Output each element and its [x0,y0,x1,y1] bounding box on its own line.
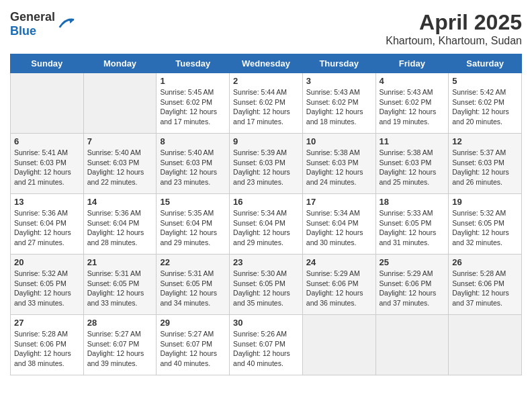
calendar-cell: 3Sunrise: 5:43 AM Sunset: 6:02 PM Daylig… [302,73,375,134]
subtitle: Khartoum, Khartoum, Sudan [386,35,522,47]
day-number: 7 [87,136,153,146]
cell-info: Sunrise: 5:32 AM Sunset: 6:05 PM Dayligh… [452,208,518,248]
calendar-week-row: 13Sunrise: 5:36 AM Sunset: 6:04 PM Dayli… [11,194,522,255]
cell-info: Sunrise: 5:39 AM Sunset: 6:03 PM Dayligh… [233,148,299,187]
cell-info: Sunrise: 5:34 AM Sunset: 6:04 PM Dayligh… [306,208,372,248]
cell-info: Sunrise: 5:31 AM Sunset: 6:05 PM Dayligh… [87,269,153,308]
calendar-cell: 16Sunrise: 5:34 AM Sunset: 6:04 PM Dayli… [230,194,303,255]
logo-icon [56,15,75,34]
calendar-cell: 12Sunrise: 5:37 AM Sunset: 6:03 PM Dayli… [449,134,522,194]
calendar-cell: 1Sunrise: 5:45 AM Sunset: 6:02 PM Daylig… [157,73,230,134]
calendar-cell: 19Sunrise: 5:32 AM Sunset: 6:05 PM Dayli… [449,194,522,255]
calendar-cell: 23Sunrise: 5:30 AM Sunset: 6:05 PM Dayli… [230,255,303,315]
day-number: 9 [233,136,299,146]
calendar-table: SundayMondayTuesdayWednesdayThursdayFrid… [10,54,522,375]
cell-info: Sunrise: 5:43 AM Sunset: 6:02 PM Dayligh… [380,87,445,127]
day-number: 8 [160,136,226,146]
cell-info: Sunrise: 5:26 AM Sunset: 6:07 PM Dayligh… [233,329,299,369]
calendar-cell [449,315,522,375]
cell-info: Sunrise: 5:37 AM Sunset: 6:03 PM Dayligh… [452,148,518,187]
day-number: 18 [380,197,445,207]
calendar-cell: 18Sunrise: 5:33 AM Sunset: 6:05 PM Dayli… [375,194,449,255]
weekday-header: Saturday [449,54,522,73]
calendar-week-row: 20Sunrise: 5:32 AM Sunset: 6:05 PM Dayli… [11,255,522,315]
logo-text: General Blue [10,10,55,38]
calendar-cell: 14Sunrise: 5:36 AM Sunset: 6:04 PM Dayli… [83,194,157,255]
cell-info: Sunrise: 5:41 AM Sunset: 6:03 PM Dayligh… [14,148,80,187]
calendar-cell: 27Sunrise: 5:28 AM Sunset: 6:06 PM Dayli… [11,315,84,375]
calendar-header: SundayMondayTuesdayWednesdayThursdayFrid… [11,54,522,73]
day-number: 29 [160,318,226,328]
day-number: 30 [233,318,299,328]
cell-info: Sunrise: 5:36 AM Sunset: 6:04 PM Dayligh… [87,208,153,248]
calendar-cell: 20Sunrise: 5:32 AM Sunset: 6:05 PM Dayli… [11,255,84,315]
calendar-cell: 7Sunrise: 5:40 AM Sunset: 6:03 PM Daylig… [83,134,157,194]
cell-info: Sunrise: 5:27 AM Sunset: 6:07 PM Dayligh… [87,329,153,369]
title-block: April 2025 Khartoum, Khartoum, Sudan [386,10,522,47]
calendar-cell: 25Sunrise: 5:29 AM Sunset: 6:06 PM Dayli… [375,255,449,315]
weekday-header: Thursday [302,54,375,73]
weekday-header: Monday [83,54,157,73]
calendar-cell [11,73,84,134]
day-number: 13 [14,197,80,207]
cell-info: Sunrise: 5:34 AM Sunset: 6:04 PM Dayligh… [233,208,299,248]
day-number: 19 [452,197,518,207]
day-number: 5 [452,76,518,86]
calendar-cell: 8Sunrise: 5:40 AM Sunset: 6:03 PM Daylig… [157,134,230,194]
page-header: General Blue April 2025 Khartoum, Kharto… [10,10,522,47]
day-number: 23 [233,257,299,267]
day-number: 15 [160,197,226,207]
cell-info: Sunrise: 5:35 AM Sunset: 6:04 PM Dayligh… [160,208,226,248]
cell-info: Sunrise: 5:29 AM Sunset: 6:06 PM Dayligh… [306,269,372,308]
calendar-week-row: 27Sunrise: 5:28 AM Sunset: 6:06 PM Dayli… [11,315,522,375]
cell-info: Sunrise: 5:33 AM Sunset: 6:05 PM Dayligh… [380,208,445,248]
calendar-cell: 21Sunrise: 5:31 AM Sunset: 6:05 PM Dayli… [83,255,157,315]
calendar-cell: 26Sunrise: 5:28 AM Sunset: 6:06 PM Dayli… [449,255,522,315]
logo-general: General [10,10,55,24]
day-number: 20 [14,257,80,267]
calendar-cell: 22Sunrise: 5:31 AM Sunset: 6:05 PM Dayli… [157,255,230,315]
main-title: April 2025 [386,10,522,35]
calendar-cell: 5Sunrise: 5:42 AM Sunset: 6:02 PM Daylig… [449,73,522,134]
day-number: 1 [160,76,226,86]
day-number: 27 [14,318,80,328]
day-number: 22 [160,257,226,267]
calendar-cell: 13Sunrise: 5:36 AM Sunset: 6:04 PM Dayli… [11,194,84,255]
calendar-week-row: 6Sunrise: 5:41 AM Sunset: 6:03 PM Daylig… [11,134,522,194]
calendar-cell: 11Sunrise: 5:38 AM Sunset: 6:03 PM Dayli… [375,134,449,194]
day-number: 3 [306,76,372,86]
calendar-cell: 17Sunrise: 5:34 AM Sunset: 6:04 PM Dayli… [302,194,375,255]
day-number: 11 [380,136,445,146]
cell-info: Sunrise: 5:36 AM Sunset: 6:04 PM Dayligh… [14,208,80,248]
cell-info: Sunrise: 5:32 AM Sunset: 6:05 PM Dayligh… [14,269,80,308]
calendar-week-row: 1Sunrise: 5:45 AM Sunset: 6:02 PM Daylig… [11,73,522,134]
day-number: 12 [452,136,518,146]
calendar-cell: 29Sunrise: 5:27 AM Sunset: 6:07 PM Dayli… [157,315,230,375]
day-number: 24 [306,257,372,267]
cell-info: Sunrise: 5:45 AM Sunset: 6:02 PM Dayligh… [160,87,226,127]
weekday-header: Tuesday [157,54,230,73]
calendar-cell: 9Sunrise: 5:39 AM Sunset: 6:03 PM Daylig… [230,134,303,194]
cell-info: Sunrise: 5:28 AM Sunset: 6:06 PM Dayligh… [452,269,518,308]
cell-info: Sunrise: 5:42 AM Sunset: 6:02 PM Dayligh… [452,87,518,127]
cell-info: Sunrise: 5:38 AM Sunset: 6:03 PM Dayligh… [306,148,372,187]
calendar-cell [83,73,157,134]
calendar-cell: 28Sunrise: 5:27 AM Sunset: 6:07 PM Dayli… [83,315,157,375]
day-number: 17 [306,197,372,207]
logo-blue: Blue [10,24,36,38]
cell-info: Sunrise: 5:29 AM Sunset: 6:06 PM Dayligh… [380,269,445,308]
cell-info: Sunrise: 5:44 AM Sunset: 6:02 PM Dayligh… [233,87,299,127]
day-number: 28 [87,318,153,328]
calendar-cell: 6Sunrise: 5:41 AM Sunset: 6:03 PM Daylig… [11,134,84,194]
cell-info: Sunrise: 5:31 AM Sunset: 6:05 PM Dayligh… [160,269,226,308]
day-number: 16 [233,197,299,207]
day-number: 25 [380,257,445,267]
calendar-cell: 24Sunrise: 5:29 AM Sunset: 6:06 PM Dayli… [302,255,375,315]
day-number: 2 [233,76,299,86]
day-number: 14 [87,197,153,207]
calendar-cell: 4Sunrise: 5:43 AM Sunset: 6:02 PM Daylig… [375,73,449,134]
day-number: 10 [306,136,372,146]
weekday-header: Sunday [11,54,84,73]
calendar-cell: 2Sunrise: 5:44 AM Sunset: 6:02 PM Daylig… [230,73,303,134]
cell-info: Sunrise: 5:43 AM Sunset: 6:02 PM Dayligh… [306,87,372,127]
